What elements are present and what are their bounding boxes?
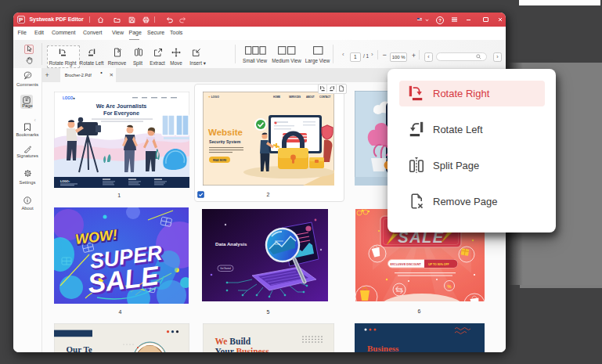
svg-text:%: % [447,283,452,288]
svg-text:We Build: We Build [214,337,251,346]
svg-text:CONTACT: CONTACT [319,96,331,99]
svg-text:LOGO●: LOGO● [63,96,75,100]
svg-text:✦ LOGO: ✦ LOGO [208,96,219,99]
svg-text:Get Started: Get Started [220,267,231,270]
svg-text:LOGO●: LOGO● [60,179,70,182]
svg-text:Security System: Security System [209,139,241,144]
svg-text:For Everyone: For Everyone [103,109,139,116]
svg-text:Our Te: Our Te [66,344,92,353]
svg-text:Business: Business [367,344,399,353]
svg-text:Data Analysis: Data Analysis [215,240,247,246]
svg-text:Website: Website [208,128,243,137]
svg-text:HOME: HOME [273,96,280,99]
svg-text:READ MORE: READ MORE [213,158,226,161]
svg-text:Your Business: Your Business [214,347,269,353]
svg-text:ABOUT: ABOUT [306,96,315,99]
svg-text:EXCLUSIVE DISCOUNT: EXCLUSIVE DISCOUNT [390,262,421,265]
svg-text:We Are Journalists: We Are Journalists [96,102,146,109]
svg-text:SERVICES: SERVICES [289,96,301,99]
svg-text:UP TO 90% OFF: UP TO 90% OFF [428,262,449,265]
